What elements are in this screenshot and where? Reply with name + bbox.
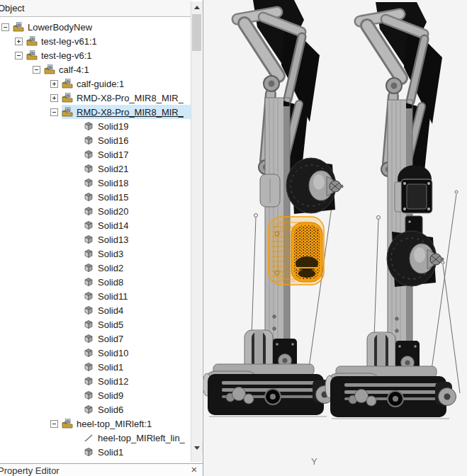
tree-item[interactable]: Solid5 xyxy=(0,317,191,332)
tree-item-content[interactable]: Solid3 xyxy=(83,246,191,261)
tree-item-content[interactable]: Solid13 xyxy=(83,232,191,246)
close-icon[interactable]: × xyxy=(189,464,200,475)
tree-item-content[interactable]: Solid9 xyxy=(83,388,191,402)
tree-item[interactable]: calf-guide:1 xyxy=(0,76,191,91)
tree-indent xyxy=(0,55,15,56)
tree-item-content[interactable]: heel-top_MIRleft_lin_ xyxy=(83,431,191,445)
tree-item[interactable]: heel-top_MIRleft:1 xyxy=(0,416,191,431)
tree-item-content[interactable]: Solid1 xyxy=(83,445,191,459)
scroll-up-button[interactable] xyxy=(191,1,203,13)
tree-indent xyxy=(0,353,72,353)
tree-item[interactable]: Solid18 xyxy=(0,176,191,190)
solid-icon xyxy=(83,376,94,386)
expander-minus-icon[interactable] xyxy=(50,108,58,116)
viewport-3d[interactable]: Y xyxy=(203,0,467,476)
solid-icon xyxy=(83,447,94,457)
expander-plus-icon[interactable] xyxy=(15,38,23,45)
tree-item[interactable]: Solid9 xyxy=(0,388,191,402)
tree-item[interactable]: heel-top_MIRleft_lin_ xyxy=(0,431,191,445)
robot-leg-left xyxy=(203,0,344,416)
scrollbar-thumb[interactable] xyxy=(192,14,201,51)
tree-indent xyxy=(0,452,72,453)
tree-item-content[interactable]: Solid20 xyxy=(83,204,191,218)
tree-item-content[interactable]: Solid12 xyxy=(83,374,191,388)
solid-icon xyxy=(83,319,94,329)
tree-item-content[interactable]: Solid8 xyxy=(83,275,191,289)
solid-icon xyxy=(83,390,94,400)
tree-item-label: Solid13 xyxy=(98,234,128,245)
tree-item[interactable]: Solid11 xyxy=(0,289,191,303)
tree-item-content[interactable]: RMD-X8-Pro_MIR8_MIR_ xyxy=(62,105,191,119)
tree-item[interactable]: Solid3 xyxy=(0,246,191,261)
tree-item-content[interactable]: Solid11 xyxy=(83,289,191,303)
tree-item[interactable]: Solid1 xyxy=(0,445,191,459)
tree-item-content[interactable]: Solid21 xyxy=(83,162,191,176)
solid-icon xyxy=(83,192,94,202)
tree-item-label: RMD-X8-Pro_MIR8_MIR_ xyxy=(77,93,184,103)
tree-item-content[interactable]: heel-top_MIRleft:1 xyxy=(62,416,191,431)
tree-item[interactable]: Solid19 xyxy=(0,119,191,133)
tree-item[interactable]: Solid15 xyxy=(0,190,191,204)
tree-item[interactable]: calf-4:1 xyxy=(0,62,191,76)
expander-minus-icon[interactable] xyxy=(1,23,9,31)
expander-plus-icon[interactable] xyxy=(50,94,58,102)
expander-minus-icon[interactable] xyxy=(33,66,40,74)
tree-item-content[interactable]: Solid19 xyxy=(83,119,191,133)
tree-item[interactable]: RMD-X8-Pro_MIR8_MIR_ xyxy=(0,91,191,105)
tree-item[interactable]: Solid14 xyxy=(0,218,191,232)
tree-item-content[interactable]: calf-4:1 xyxy=(44,62,191,76)
tree-item-content[interactable]: LowerBodyNew xyxy=(13,20,191,34)
solid-icon xyxy=(83,362,94,372)
tree-item-content[interactable]: Solid7 xyxy=(83,332,191,346)
tree-item-content[interactable]: Solid18 xyxy=(83,176,191,190)
tree-indent xyxy=(0,197,72,198)
tree-item[interactable]: Solid10 xyxy=(0,346,191,360)
tree-item[interactable]: Solid21 xyxy=(0,162,191,176)
tree-item[interactable]: Solid16 xyxy=(0,133,191,147)
tree-indent xyxy=(0,84,50,84)
tree-item-label: Solid9 xyxy=(98,390,123,401)
tree-item-content[interactable]: Solid15 xyxy=(83,190,191,204)
tree-item-content[interactable]: test-leg-v61:1 xyxy=(26,34,191,48)
scroll-down-button[interactable] xyxy=(191,442,203,454)
tree-item[interactable]: Solid12 xyxy=(0,374,191,388)
tree-item-content[interactable]: calf-guide:1 xyxy=(62,76,191,91)
tree-item[interactable]: test-leg-v61:1 xyxy=(0,34,191,48)
tree-scrollbar[interactable] xyxy=(191,1,202,462)
tree-item-content[interactable]: test-leg-v6:1 xyxy=(26,48,191,62)
tree-item-content[interactable]: Solid6 xyxy=(83,402,191,416)
tree-item-content[interactable]: RMD-X8-Pro_MIR8_MIR_ xyxy=(62,91,191,105)
tree-indent xyxy=(0,268,72,268)
tree-item-content[interactable]: Solid17 xyxy=(83,147,191,162)
solid-icon xyxy=(83,277,94,287)
tree-item-label: Solid2 xyxy=(98,263,123,273)
tree-scroll-area[interactable]: LowerBodyNew test-leg-v61:1 test-leg-v6:… xyxy=(0,17,191,463)
tree-item[interactable]: Solid7 xyxy=(0,332,191,346)
tree-item[interactable]: Solid4 xyxy=(0,303,191,317)
tree-item[interactable]: Solid20 xyxy=(0,204,191,218)
tree-item-label: Solid5 xyxy=(98,319,123,330)
tree-item[interactable]: RMD-X8-Pro_MIR8_MIR_ xyxy=(0,105,191,119)
tree-item-label: Solid15 xyxy=(98,192,128,203)
tree-item-content[interactable]: Solid16 xyxy=(83,133,191,147)
tree-item[interactable]: Solid2 xyxy=(0,261,191,275)
expander-minus-icon[interactable] xyxy=(50,420,58,428)
tree-item[interactable]: LowerBodyNew xyxy=(0,20,191,34)
tree-indent xyxy=(0,41,15,42)
tree-item[interactable]: Solid17 xyxy=(0,147,191,162)
tree-item[interactable]: Solid13 xyxy=(0,232,191,246)
tree-item-label: heel-top_MIRleft_lin_ xyxy=(98,433,185,443)
tree-item-content[interactable]: Solid14 xyxy=(83,218,191,232)
tree-item[interactable]: Solid8 xyxy=(0,275,191,289)
tree-indent xyxy=(0,140,72,141)
tree-item-content[interactable]: Solid2 xyxy=(83,261,191,275)
tree-item-content[interactable]: Solid10 xyxy=(83,346,191,360)
tree-item-content[interactable]: Solid5 xyxy=(83,317,191,332)
tree-item[interactable]: test-leg-v6:1 xyxy=(0,48,191,62)
tree-item-content[interactable]: Solid1 xyxy=(83,360,191,374)
expander-plus-icon[interactable] xyxy=(50,80,58,88)
expander-minus-icon[interactable] xyxy=(15,52,23,60)
tree-item[interactable]: Solid6 xyxy=(0,402,191,416)
tree-item[interactable]: Solid1 xyxy=(0,360,191,374)
tree-item-content[interactable]: Solid4 xyxy=(83,303,191,317)
